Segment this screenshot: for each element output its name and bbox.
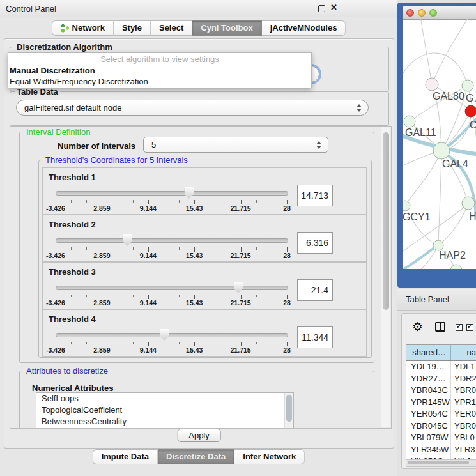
scrollbar-thumb[interactable] [408, 461, 469, 464]
axis-tick [272, 247, 272, 250]
number-of-intervals-combo[interactable]: 5 [143, 137, 328, 153]
network-node-hap2[interactable] [433, 240, 443, 250]
axis-tick-label: 15.43 [186, 299, 203, 307]
column-header-shared[interactable]: shared… [406, 345, 451, 360]
tab-select[interactable]: Select [151, 20, 192, 36]
axis-tick [56, 200, 56, 204]
table-row[interactable]: YDR27…YDR2 [406, 373, 476, 385]
table-panel: ⚙ shared… na YDL19…YDL1YDR27…YDR2YBR043C… [401, 313, 476, 469]
scrollbar-thumb[interactable] [286, 395, 292, 422]
screen: Control Panel ✕ NetworkStyleSelectCyni T… [0, 0, 476, 476]
table-data-combo[interactable]: galFiltered.sif default node [16, 100, 369, 116]
tab-cyni-toolbox[interactable]: Cyni Toolbox [192, 20, 261, 36]
axis-tick [287, 342, 288, 346]
split-table-icon[interactable] [435, 322, 445, 332]
table-cell-shared-name: YDR27… [406, 373, 451, 385]
attribute-list-item[interactable]: TopologicalCoefficient [36, 404, 293, 416]
close-light-icon[interactable] [406, 9, 414, 17]
network-edge [405, 151, 441, 206]
network-edge [440, 203, 468, 244]
close-icon[interactable]: ✕ [330, 3, 337, 12]
axis-tick-label: 21.715 [231, 299, 251, 307]
table-row[interactable]: YPR145WYPR1 [406, 397, 476, 409]
algorithm-group-label: Discretization Algorithm [15, 42, 114, 52]
apply-button[interactable]: Apply [177, 429, 221, 442]
axis-tick [164, 295, 164, 297]
zoom-light-icon[interactable] [429, 9, 437, 17]
network-canvas[interactable]: GAL80G.CGAL11GAL4GCY1HHAP2 [403, 19, 476, 269]
network-node-g[interactable] [462, 80, 473, 91]
checkbox-checked-icon[interactable] [456, 324, 463, 331]
table-cell-name: YBR0 [451, 420, 476, 433]
network-node-gal11[interactable] [404, 116, 415, 127]
axis-tick [56, 295, 56, 299]
tab-infer-network[interactable]: Infer Network [234, 449, 305, 464]
minimize-light-icon[interactable] [418, 9, 426, 17]
network-node-gcy1[interactable] [403, 201, 410, 211]
network-view-frame[interactable]: GAL80G.CGAL11GAL4GCY1HHAP2 [397, 3, 476, 288]
tab-jactivemnodules[interactable]: jActiveMNodules [262, 20, 346, 36]
float-window-icon[interactable] [318, 5, 325, 12]
checkbox-checked-icon[interactable] [466, 324, 473, 331]
network-node[interactable] [450, 265, 462, 269]
tab-impute-data[interactable]: Impute Data [93, 449, 158, 464]
table-cell-shared-name: YER054C [406, 408, 451, 420]
threshold-slider[interactable]: -3.4262.8599.14415.4321.71528 [56, 329, 287, 351]
table-row[interactable]: YBR043CYBR0 [406, 385, 476, 397]
column-header-name[interactable]: na [451, 345, 476, 360]
network-node-label: HAP2 [439, 250, 466, 261]
table-row[interactable]: YDL19…YDL1 [406, 361, 476, 373]
threshold-value-field[interactable]: 14.713 [297, 185, 333, 206]
threshold-slider[interactable]: -3.4262.8599.14415.4321.71528 [56, 187, 287, 209]
scrollbar-thumb[interactable] [383, 132, 389, 310]
tab-network[interactable]: Network [52, 20, 114, 36]
gear-icon[interactable]: ⚙ [412, 319, 423, 334]
network-node-c[interactable] [465, 105, 476, 117]
table-cell-name: YER0 [451, 408, 476, 420]
attributes-group-inner: SelfLoopsTopologicalCoefficientBetweenne… [19, 371, 373, 429]
table-row[interactable]: YLR345WYLR3 [406, 444, 476, 456]
slider-thumb[interactable] [234, 282, 243, 293]
axis-tick [256, 247, 257, 250]
numerical-attributes-list[interactable]: SelfLoopsTopologicalCoefficientBetweenne… [36, 392, 294, 429]
network-node-label: C [470, 119, 476, 130]
settings-vertical-scrollbar[interactable] [381, 127, 390, 427]
table-cell-name: YDL1 [451, 361, 476, 373]
tab-style[interactable]: Style [114, 20, 151, 36]
axis-tick-label: 28 [283, 299, 291, 307]
table-horizontal-scrollbar[interactable] [406, 459, 476, 467]
table-cell-shared-name: YPR145W [406, 397, 451, 409]
tab-discretize-data[interactable]: Discretize Data [158, 449, 234, 464]
slider-thumb[interactable] [184, 187, 194, 199]
attributes-list-scrollbar[interactable] [284, 393, 293, 429]
attribute-list-item[interactable]: SelfLoops [36, 393, 293, 404]
table-row[interactable]: YER054CYER0 [406, 408, 476, 420]
table-row[interactable]: YIL052CYIL0 [406, 456, 476, 459]
threshold-slider[interactable]: -3.4262.8599.14415.4321.71528 [56, 282, 287, 303]
number-of-intervals-label: Number of Intervals [58, 141, 135, 151]
axis-tick [210, 295, 210, 297]
table-row[interactable]: YBL079WYBL0 [406, 432, 476, 444]
attribute-list-item[interactable]: BetweennessCentrality [36, 416, 293, 427]
algorithm-popup-item[interactable]: Manual Discretization [8, 65, 311, 76]
axis-tick [56, 247, 56, 252]
axis-tick [86, 295, 87, 297]
table-cell-shared-name: YBL079W [406, 432, 451, 444]
algorithm-popup-item[interactable]: Equal Width/Frequency Discretization [8, 76, 311, 87]
axis-tick [133, 200, 134, 203]
threshold-value-field[interactable]: 11.344 [297, 326, 333, 348]
table-cell-name: YLR3 [451, 444, 476, 456]
interval-definition-label: Interval Definition [24, 127, 92, 137]
threshold-value-field[interactable]: 21.4 [297, 279, 333, 301]
axis-tick [194, 342, 195, 346]
network-node-gal80[interactable] [426, 78, 438, 91]
network-node-gal4[interactable] [433, 142, 450, 159]
slider-thumb[interactable] [160, 329, 169, 341]
network-node-h[interactable] [462, 197, 475, 210]
threshold-slider[interactable]: -3.4262.8599.14415.4321.71528 [56, 234, 287, 256]
network-icon [61, 24, 69, 33]
table-row[interactable]: YBR045CYBR0 [406, 420, 476, 433]
threshold-panel: Threshold 1-3.4262.8599.14415.4321.71528… [42, 167, 367, 215]
slider-thumb[interactable] [123, 234, 132, 246]
threshold-value-field[interactable]: 6.316 [297, 232, 333, 254]
